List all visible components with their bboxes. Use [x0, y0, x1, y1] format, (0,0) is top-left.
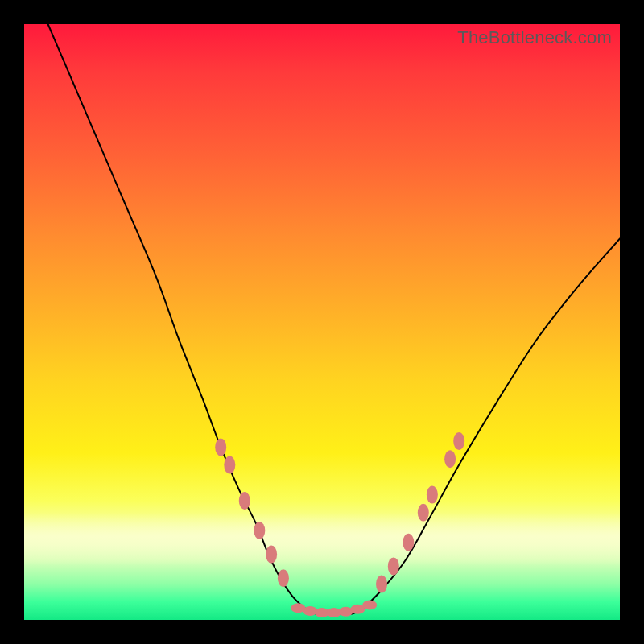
data-marker — [278, 569, 289, 587]
data-marker — [453, 432, 464, 450]
data-marker — [303, 606, 317, 616]
data-marker — [266, 546, 277, 564]
right-curve — [364, 238, 620, 608]
watermark-text: TheBottleneck.com — [457, 27, 612, 48]
data-marker — [215, 438, 226, 456]
data-marker — [224, 456, 235, 474]
data-marker — [254, 522, 265, 539]
chart-frame: TheBottleneck.com — [0, 0, 644, 644]
markers-left — [215, 438, 289, 587]
data-marker — [418, 504, 429, 522]
plot-area: TheBottleneck.com — [24, 24, 620, 620]
data-marker — [427, 486, 438, 504]
left-curve — [48, 24, 304, 608]
curve-layer — [24, 24, 620, 620]
data-marker — [239, 492, 250, 510]
markers-right — [376, 432, 464, 593]
data-marker — [444, 450, 456, 468]
data-marker — [376, 576, 387, 593]
data-marker — [388, 557, 399, 575]
data-marker — [402, 534, 414, 551]
data-marker — [362, 601, 377, 610]
markers-floor — [291, 601, 377, 618]
